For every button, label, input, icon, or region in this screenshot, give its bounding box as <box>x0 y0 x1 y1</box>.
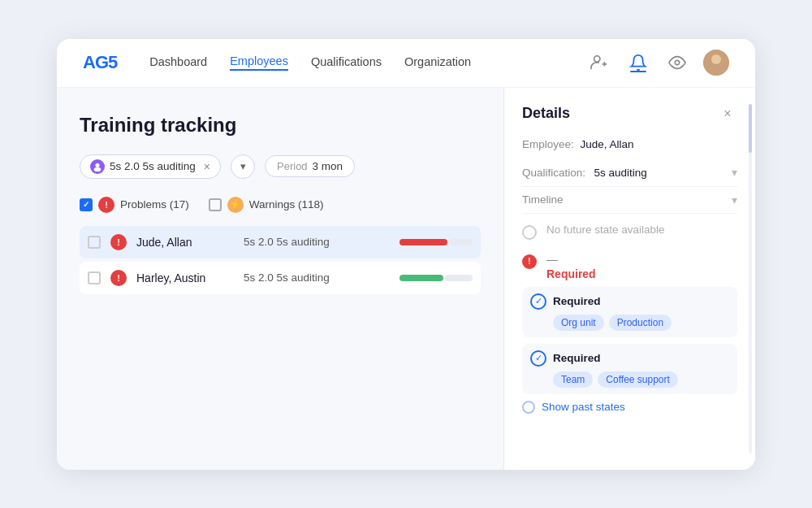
nav-dashboard[interactable]: Dashboard <box>149 55 207 70</box>
row-name-2: Harley, Austin <box>136 271 234 284</box>
show-past-button[interactable]: Show past states <box>522 401 737 414</box>
main-content: Training tracking 5s 2.0 5s auditing × ▾… <box>57 88 755 470</box>
required-item-1: ✓ Required Org unit Production <box>522 287 737 337</box>
row-alert-icon-2: ! <box>110 270 127 286</box>
nav-employees[interactable]: Employees <box>230 54 288 71</box>
problems-badge-icon: ! <box>98 197 114 213</box>
period-label: Period <box>277 160 308 172</box>
no-future-dot <box>522 225 537 240</box>
required-header-1: ✓ Required <box>530 293 729 310</box>
dash-label: — <box>546 253 737 266</box>
bell-icon[interactable] <box>625 50 651 76</box>
avatar[interactable] <box>703 50 729 76</box>
warnings-checkbox[interactable] <box>209 198 222 211</box>
employee-value: Jude, Allan <box>581 138 634 150</box>
scrollbar-thumb[interactable] <box>749 104 752 153</box>
progress-empty-1 <box>449 239 473 245</box>
timeline-section: No future state available ! — Required ✓ <box>522 224 737 414</box>
user-add-icon[interactable] <box>586 50 612 76</box>
filter-close-icon[interactable]: × <box>204 160 210 173</box>
qualification-value: 5s auditing <box>594 167 647 179</box>
qualification-label: Qualification: <box>522 167 585 179</box>
svg-point-3 <box>675 60 680 65</box>
nav-links: Dashboard Employees Qualifications Organ… <box>149 54 586 71</box>
tag-production: Production <box>609 315 672 331</box>
filter-tag-label: 5s 2.0 5s auditing <box>110 160 196 172</box>
nav-qualifications[interactable]: Qualifications <box>311 55 382 70</box>
legend-warnings[interactable]: ⚡ Warnings (118) <box>209 197 324 213</box>
tag-orgunit: Org unit <box>553 315 604 331</box>
timeline-chevron-icon: ▾ <box>732 193 737 206</box>
no-future-node: No future state available <box>522 224 737 240</box>
svg-point-8 <box>94 167 102 171</box>
row-qual-1: 5s 2.0 5s auditing <box>244 236 390 248</box>
required-node: ! — Required <box>522 253 737 280</box>
legend-problems[interactable]: ! Problems (17) <box>80 197 189 213</box>
svg-point-0 <box>594 56 600 62</box>
row-alert-icon-1: ! <box>110 234 127 250</box>
row-checkbox-2[interactable] <box>88 271 101 284</box>
svg-point-5 <box>711 54 721 64</box>
page-title: Training tracking <box>80 114 481 137</box>
tag-icon <box>90 159 105 174</box>
required-content: — Required <box>546 253 737 280</box>
problems-checkbox[interactable] <box>80 198 93 211</box>
required-header-2: ✓ Required <box>530 350 729 367</box>
progress-red-1 <box>400 239 447 245</box>
tag-team: Team <box>553 371 593 388</box>
left-panel: Training tracking 5s 2.0 5s auditing × ▾… <box>57 88 503 470</box>
progress-bar-1 <box>400 239 473 245</box>
tags-row-2: Team Coffee support <box>530 371 729 388</box>
logo: AG5 <box>83 52 117 73</box>
check-circle-2: ✓ <box>530 350 546 367</box>
required-label-2: Required <box>553 352 601 364</box>
details-panel: Details × Employee: Jude, Allan Qualific… <box>503 88 755 470</box>
timeline-row[interactable]: Timeline ▾ <box>522 187 737 214</box>
row-checkbox-1[interactable] <box>88 236 101 249</box>
qualification-field-left: Qualification: 5s auditing <box>522 165 647 180</box>
no-future-label: No future state available <box>546 224 665 236</box>
tag-coffee-support: Coffee support <box>598 371 678 388</box>
nav-icons <box>586 50 729 76</box>
legend-row: ! Problems (17) ⚡ Warnings (118) <box>80 197 481 213</box>
details-title: Details <box>522 105 570 122</box>
row-qual-2: 5s 2.0 5s auditing <box>244 271 390 284</box>
required-item-2: ✓ Required Team Coffee support <box>522 344 737 394</box>
problems-label: Problems (17) <box>120 198 189 211</box>
employee-label: Employee: <box>522 138 574 150</box>
employee-field: Employee: Jude, Allan <box>522 138 737 150</box>
details-header: Details × <box>522 104 737 124</box>
details-close-button[interactable]: × <box>718 104 737 124</box>
required-label-1: Required <box>553 295 601 307</box>
qualification-chevron-icon: ▾ <box>732 166 737 179</box>
check-circle-1: ✓ <box>530 293 546 310</box>
row-name-1: Jude, Allan <box>136 236 234 249</box>
show-past-dot <box>522 401 535 414</box>
progress-empty-2 <box>445 275 473 281</box>
svg-point-7 <box>95 163 99 167</box>
nav-organization[interactable]: Organization <box>404 55 471 70</box>
eye-icon[interactable] <box>664 50 690 76</box>
progress-green-2 <box>400 275 443 281</box>
warnings-badge-icon: ⚡ <box>227 197 244 213</box>
filter-bar: 5s 2.0 5s auditing × ▾ Period 3 mon <box>80 154 481 179</box>
tags-row-1: Org unit Production <box>530 315 729 331</box>
required-dot: ! <box>522 254 537 269</box>
filter-tag[interactable]: 5s 2.0 5s auditing × <box>80 154 221 179</box>
period-value: 3 mon <box>313 160 343 172</box>
show-past-label: Show past states <box>542 401 625 413</box>
period-tag[interactable]: Period 3 mon <box>265 155 355 177</box>
scrollbar-track <box>749 104 752 454</box>
navbar: AG5 Dashboard Employees Qualifications O… <box>57 39 755 88</box>
warnings-label: Warnings (118) <box>249 198 324 211</box>
table-row[interactable]: ! Harley, Austin 5s 2.0 5s auditing <box>80 262 481 294</box>
table-row[interactable]: ! Jude, Allan 5s 2.0 5s auditing <box>80 226 481 258</box>
timeline-label: Timeline <box>522 193 564 206</box>
qualification-row[interactable]: Qualification: 5s auditing ▾ <box>522 158 737 187</box>
required-status-label: Required <box>546 267 737 280</box>
filter-dropdown[interactable]: ▾ <box>231 154 255 179</box>
progress-bar-2 <box>400 275 473 281</box>
